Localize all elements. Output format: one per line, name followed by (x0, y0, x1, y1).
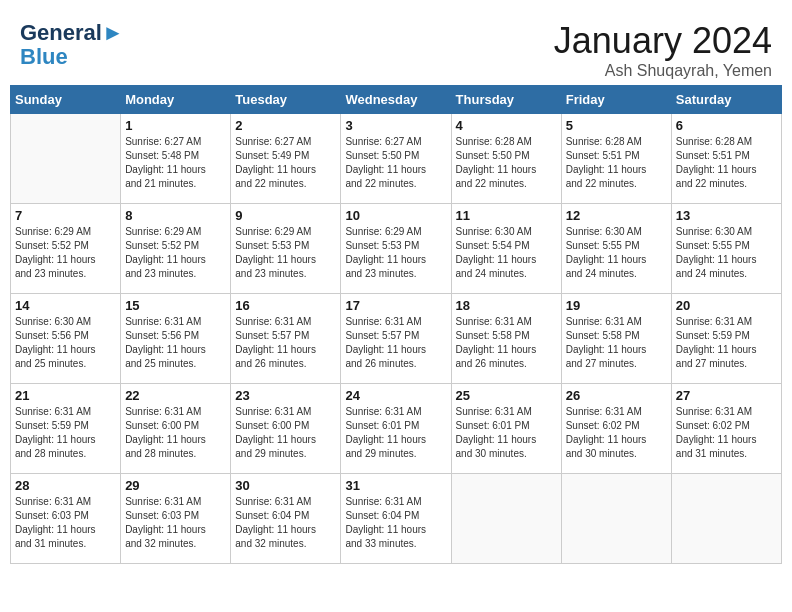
day-number: 9 (235, 208, 336, 223)
logo-blue: Blue (20, 46, 68, 68)
calendar-cell: 6Sunrise: 6:28 AM Sunset: 5:51 PM Daylig… (671, 114, 781, 204)
calendar-header-row: SundayMondayTuesdayWednesdayThursdayFrid… (11, 86, 782, 114)
calendar-cell: 24Sunrise: 6:31 AM Sunset: 6:01 PM Dayli… (341, 384, 451, 474)
day-info: Sunrise: 6:31 AM Sunset: 5:57 PM Dayligh… (345, 315, 446, 371)
day-info: Sunrise: 6:30 AM Sunset: 5:55 PM Dayligh… (566, 225, 667, 281)
day-number: 24 (345, 388, 446, 403)
calendar-week-row: 28Sunrise: 6:31 AM Sunset: 6:03 PM Dayli… (11, 474, 782, 564)
day-info: Sunrise: 6:29 AM Sunset: 5:53 PM Dayligh… (235, 225, 336, 281)
day-info: Sunrise: 6:30 AM Sunset: 5:54 PM Dayligh… (456, 225, 557, 281)
day-info: Sunrise: 6:31 AM Sunset: 5:58 PM Dayligh… (456, 315, 557, 371)
day-info: Sunrise: 6:31 AM Sunset: 5:58 PM Dayligh… (566, 315, 667, 371)
day-number: 3 (345, 118, 446, 133)
day-number: 6 (676, 118, 777, 133)
calendar-cell: 11Sunrise: 6:30 AM Sunset: 5:54 PM Dayli… (451, 204, 561, 294)
calendar-cell: 28Sunrise: 6:31 AM Sunset: 6:03 PM Dayli… (11, 474, 121, 564)
day-info: Sunrise: 6:27 AM Sunset: 5:49 PM Dayligh… (235, 135, 336, 191)
calendar-table: SundayMondayTuesdayWednesdayThursdayFrid… (10, 85, 782, 564)
calendar-cell: 23Sunrise: 6:31 AM Sunset: 6:00 PM Dayli… (231, 384, 341, 474)
title-block: January 2024 Ash Shuqayrah, Yemen (554, 20, 772, 80)
calendar-cell: 14Sunrise: 6:30 AM Sunset: 5:56 PM Dayli… (11, 294, 121, 384)
weekday-header-tuesday: Tuesday (231, 86, 341, 114)
calendar-cell (451, 474, 561, 564)
day-info: Sunrise: 6:27 AM Sunset: 5:48 PM Dayligh… (125, 135, 226, 191)
calendar-cell: 9Sunrise: 6:29 AM Sunset: 5:53 PM Daylig… (231, 204, 341, 294)
calendar-cell: 7Sunrise: 6:29 AM Sunset: 5:52 PM Daylig… (11, 204, 121, 294)
calendar-cell: 25Sunrise: 6:31 AM Sunset: 6:01 PM Dayli… (451, 384, 561, 474)
day-number: 7 (15, 208, 116, 223)
calendar-cell: 26Sunrise: 6:31 AM Sunset: 6:02 PM Dayli… (561, 384, 671, 474)
day-info: Sunrise: 6:30 AM Sunset: 5:55 PM Dayligh… (676, 225, 777, 281)
day-number: 12 (566, 208, 667, 223)
day-info: Sunrise: 6:31 AM Sunset: 5:59 PM Dayligh… (676, 315, 777, 371)
calendar-cell: 8Sunrise: 6:29 AM Sunset: 5:52 PM Daylig… (121, 204, 231, 294)
calendar-week-row: 7Sunrise: 6:29 AM Sunset: 5:52 PM Daylig… (11, 204, 782, 294)
calendar-week-row: 21Sunrise: 6:31 AM Sunset: 5:59 PM Dayli… (11, 384, 782, 474)
day-number: 28 (15, 478, 116, 493)
day-info: Sunrise: 6:31 AM Sunset: 5:59 PM Dayligh… (15, 405, 116, 461)
calendar-cell: 21Sunrise: 6:31 AM Sunset: 5:59 PM Dayli… (11, 384, 121, 474)
logo: General► Blue (20, 20, 124, 68)
day-info: Sunrise: 6:31 AM Sunset: 6:01 PM Dayligh… (456, 405, 557, 461)
calendar-cell: 22Sunrise: 6:31 AM Sunset: 6:00 PM Dayli… (121, 384, 231, 474)
calendar-cell: 16Sunrise: 6:31 AM Sunset: 5:57 PM Dayli… (231, 294, 341, 384)
day-number: 18 (456, 298, 557, 313)
day-info: Sunrise: 6:28 AM Sunset: 5:50 PM Dayligh… (456, 135, 557, 191)
calendar-cell: 13Sunrise: 6:30 AM Sunset: 5:55 PM Dayli… (671, 204, 781, 294)
day-number: 23 (235, 388, 336, 403)
day-info: Sunrise: 6:31 AM Sunset: 6:02 PM Dayligh… (676, 405, 777, 461)
day-number: 29 (125, 478, 226, 493)
day-info: Sunrise: 6:31 AM Sunset: 6:03 PM Dayligh… (125, 495, 226, 551)
weekday-header-wednesday: Wednesday (341, 86, 451, 114)
calendar-cell: 20Sunrise: 6:31 AM Sunset: 5:59 PM Dayli… (671, 294, 781, 384)
calendar-cell: 15Sunrise: 6:31 AM Sunset: 5:56 PM Dayli… (121, 294, 231, 384)
calendar-cell: 1Sunrise: 6:27 AM Sunset: 5:48 PM Daylig… (121, 114, 231, 204)
calendar-cell: 5Sunrise: 6:28 AM Sunset: 5:51 PM Daylig… (561, 114, 671, 204)
calendar-cell (11, 114, 121, 204)
day-number: 17 (345, 298, 446, 313)
calendar-cell: 12Sunrise: 6:30 AM Sunset: 5:55 PM Dayli… (561, 204, 671, 294)
calendar-week-row: 1Sunrise: 6:27 AM Sunset: 5:48 PM Daylig… (11, 114, 782, 204)
logo-text: General► (20, 20, 124, 46)
day-number: 4 (456, 118, 557, 133)
calendar-cell: 30Sunrise: 6:31 AM Sunset: 6:04 PM Dayli… (231, 474, 341, 564)
day-number: 13 (676, 208, 777, 223)
calendar-cell: 29Sunrise: 6:31 AM Sunset: 6:03 PM Dayli… (121, 474, 231, 564)
day-number: 14 (15, 298, 116, 313)
day-number: 20 (676, 298, 777, 313)
day-info: Sunrise: 6:31 AM Sunset: 6:03 PM Dayligh… (15, 495, 116, 551)
day-number: 15 (125, 298, 226, 313)
calendar-cell: 17Sunrise: 6:31 AM Sunset: 5:57 PM Dayli… (341, 294, 451, 384)
day-info: Sunrise: 6:29 AM Sunset: 5:53 PM Dayligh… (345, 225, 446, 281)
day-info: Sunrise: 6:31 AM Sunset: 5:57 PM Dayligh… (235, 315, 336, 371)
calendar-cell (561, 474, 671, 564)
weekday-header-sunday: Sunday (11, 86, 121, 114)
day-info: Sunrise: 6:29 AM Sunset: 5:52 PM Dayligh… (15, 225, 116, 281)
day-info: Sunrise: 6:31 AM Sunset: 6:04 PM Dayligh… (235, 495, 336, 551)
day-number: 8 (125, 208, 226, 223)
day-info: Sunrise: 6:31 AM Sunset: 6:02 PM Dayligh… (566, 405, 667, 461)
calendar-cell: 31Sunrise: 6:31 AM Sunset: 6:04 PM Dayli… (341, 474, 451, 564)
weekday-header-monday: Monday (121, 86, 231, 114)
day-info: Sunrise: 6:30 AM Sunset: 5:56 PM Dayligh… (15, 315, 116, 371)
calendar-cell: 27Sunrise: 6:31 AM Sunset: 6:02 PM Dayli… (671, 384, 781, 474)
day-info: Sunrise: 6:31 AM Sunset: 6:04 PM Dayligh… (345, 495, 446, 551)
calendar-cell (671, 474, 781, 564)
day-number: 11 (456, 208, 557, 223)
page-header: General► Blue January 2024 Ash Shuqayrah… (10, 10, 782, 85)
calendar-cell: 10Sunrise: 6:29 AM Sunset: 5:53 PM Dayli… (341, 204, 451, 294)
calendar-title: January 2024 (554, 20, 772, 62)
calendar-cell: 18Sunrise: 6:31 AM Sunset: 5:58 PM Dayli… (451, 294, 561, 384)
day-number: 5 (566, 118, 667, 133)
day-number: 2 (235, 118, 336, 133)
day-info: Sunrise: 6:28 AM Sunset: 5:51 PM Dayligh… (676, 135, 777, 191)
day-info: Sunrise: 6:31 AM Sunset: 6:00 PM Dayligh… (235, 405, 336, 461)
calendar-week-row: 14Sunrise: 6:30 AM Sunset: 5:56 PM Dayli… (11, 294, 782, 384)
weekday-header-friday: Friday (561, 86, 671, 114)
day-number: 10 (345, 208, 446, 223)
calendar-cell: 2Sunrise: 6:27 AM Sunset: 5:49 PM Daylig… (231, 114, 341, 204)
day-number: 27 (676, 388, 777, 403)
day-number: 21 (15, 388, 116, 403)
day-number: 31 (345, 478, 446, 493)
day-number: 16 (235, 298, 336, 313)
